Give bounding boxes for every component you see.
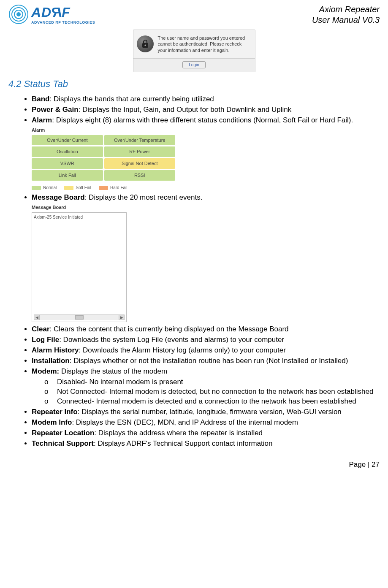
alarm-legend: Normal Soft Fail Hard Fail: [32, 185, 175, 191]
status-tab-list: Band: Displays the bands that are curren…: [32, 95, 375, 449]
bullet-band: Band: Displays the bands that are curren…: [32, 95, 375, 104]
bullet-log-file: Log File: Downloads the system Log File …: [32, 335, 375, 345]
alarm-panel: Alarm Over/Under Current Over/Under Temp…: [32, 127, 175, 191]
legend-hard-fail: Hard Fail: [99, 185, 128, 191]
bullet-message-board: Message Board: Displays the 20 most rece…: [32, 193, 375, 322]
bullet-clear: Clear: Clears the content that is curren…: [32, 325, 375, 334]
page-number: Page | 27: [349, 461, 380, 469]
bullet-technical-support: Technical Support: Displays ADRF's Techn…: [32, 439, 375, 449]
bullet-modem-info: Modem Info: Displays the ESN (DEC), MDN,…: [32, 418, 375, 428]
page-header: ADRF ADVANCED RF TECHNOLOGIES Axiom Repe…: [8, 4, 380, 25]
alarm-cell: VSWR: [32, 158, 103, 169]
message-board-scrollbar[interactable]: ◀ ▶: [34, 314, 125, 320]
bullet-installation: Installation: Displays whether or not th…: [32, 356, 375, 366]
page-footer: Page | 27: [8, 457, 380, 469]
alarm-panel-title: Alarm: [32, 127, 175, 133]
lock-icon: [137, 35, 154, 52]
modem-sub-not-connected: oNot Connected- Internal modem is detect…: [44, 387, 375, 397]
login-button[interactable]: Login: [182, 61, 205, 68]
message-board-content: Axiom-25 Service Initiated: [34, 214, 125, 314]
bullet-modem: Modem: Displays the status of the modem …: [32, 367, 375, 406]
modem-sub-connected: oConnected- Internal modem is detected a…: [44, 397, 375, 406]
alarm-cell: RF Power: [104, 146, 176, 157]
legend-soft-fail: Soft Fail: [64, 185, 91, 191]
bullet-alarm-history: Alarm History: Downloads the Alarm Histo…: [32, 346, 375, 355]
alarm-cell: Oscillation: [32, 146, 103, 157]
legend-normal: Normal: [32, 185, 57, 191]
bullet-repeater-location: Repeater Location: Displays the address …: [32, 428, 375, 438]
bullet-alarm: Alarm: Displays eight (8) alarms with th…: [32, 116, 375, 191]
alarm-cell: Link Fail: [32, 170, 103, 181]
scroll-left-icon[interactable]: ◀: [34, 315, 40, 320]
logo-main-text: ADRF: [31, 5, 95, 20]
modem-sub-list: oDisabled- No internal modem is present …: [44, 377, 375, 406]
login-error-dialog: The user name and password you entered c…: [133, 30, 255, 72]
svg-point-5: [144, 45, 146, 46]
logo: ADRF ADVANCED RF TECHNOLOGIES: [8, 4, 95, 24]
scroll-right-icon[interactable]: ▶: [119, 315, 125, 320]
header-title: Axiom Repeater User Manual V0.3: [312, 4, 380, 25]
logo-swirl-icon: [8, 4, 29, 24]
modem-sub-disabled: oDisabled- No internal modem is present: [44, 377, 375, 387]
section-heading: 4.2 Status Tab: [8, 79, 380, 89]
logo-sub-text: ADVANCED RF TECHNOLOGIES: [31, 20, 95, 24]
alarm-cell: Signal Not Detect: [104, 158, 176, 169]
message-board-box: Axiom-25 Service Initiated ◀ ▶: [32, 212, 127, 322]
bullet-power-gain: Power & Gain: Displays the Input, Gain, …: [32, 105, 375, 115]
alarm-cell: Over/Under Temperature: [104, 135, 176, 146]
svg-point-3: [16, 12, 21, 16]
alarm-grid: Over/Under Current Over/Under Temperatur…: [32, 135, 175, 181]
alarm-cell: Over/Under Current: [32, 135, 103, 146]
bullet-repeater-info: Repeater Info: Displays the serial numbe…: [32, 407, 375, 417]
message-board-title: Message Board: [32, 204, 127, 211]
scroll-thumb[interactable]: [75, 315, 84, 320]
login-error-message: The user name and password you entered c…: [158, 35, 252, 53]
alarm-cell: RSSI: [104, 170, 176, 181]
message-board-panel: Message Board Axiom-25 Service Initiated…: [32, 204, 127, 322]
